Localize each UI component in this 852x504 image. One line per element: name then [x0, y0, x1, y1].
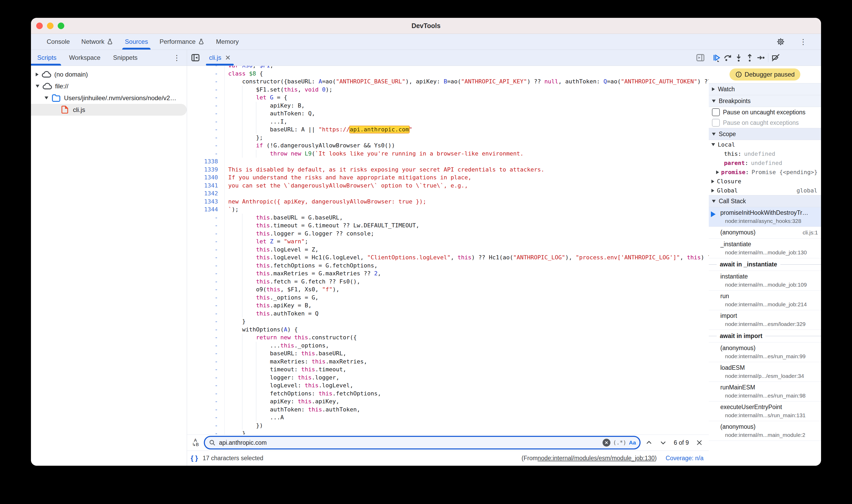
line-gutter[interactable]: -: [187, 318, 224, 326]
line-gutter[interactable]: 1344: [187, 205, 224, 214]
scope-section-closure[interactable]: Closure: [709, 177, 821, 186]
tree-item-cli-js[interactable]: cli.js: [31, 104, 187, 116]
line-gutter[interactable]: -: [187, 326, 224, 334]
call-stack-item[interactable]: runnode:internal/m...module_job:214: [709, 291, 821, 310]
line-gutter[interactable]: 1340: [187, 174, 224, 182]
step-icon[interactable]: [756, 53, 765, 62]
tab-network[interactable]: Network: [75, 34, 119, 50]
line-gutter[interactable]: -: [187, 134, 224, 142]
line-gutter[interactable]: -: [187, 294, 224, 302]
line-gutter[interactable]: -: [187, 334, 224, 342]
coverage-link[interactable]: Coverage: n/a: [666, 455, 704, 462]
line-gutter[interactable]: -: [187, 214, 224, 222]
line-gutter[interactable]: 1339: [187, 166, 224, 174]
disclosure-arrow-icon[interactable]: [36, 73, 39, 76]
scope-section-local[interactable]: Local: [709, 140, 821, 149]
line-gutter[interactable]: -: [187, 374, 224, 382]
disclosure-arrow-icon[interactable]: [711, 189, 714, 193]
line-gutter[interactable]: -: [187, 66, 224, 70]
tree-item-users-jinhuilee-nvm-versions-node-v2-[interactable]: Users/jinhuilee/.nvm/versions/node/v2…: [31, 92, 187, 104]
line-gutter[interactable]: -: [187, 342, 224, 350]
line-gutter[interactable]: 1341: [187, 182, 224, 190]
call-stack-section-header[interactable]: Call Stack: [709, 195, 821, 207]
line-gutter[interactable]: -: [187, 70, 224, 78]
call-stack-item[interactable]: _instantiatenode:internal/m...module_job…: [709, 239, 821, 258]
line-gutter[interactable]: -: [187, 406, 224, 414]
scope-variable-parent[interactable]: parent:undefined: [709, 158, 821, 167]
line-gutter[interactable]: -: [187, 126, 224, 134]
call-stack-item[interactable]: promiseInitHookWithDestroyTr…node:intern…: [709, 207, 821, 227]
line-gutter[interactable]: -: [187, 262, 224, 270]
line-gutter[interactable]: -: [187, 310, 224, 318]
dock-right-panel-icon[interactable]: [696, 53, 705, 62]
line-gutter[interactable]: -: [187, 230, 224, 238]
line-gutter[interactable]: -: [187, 381, 224, 390]
line-gutter[interactable]: -: [187, 118, 224, 126]
previous-match-icon[interactable]: [645, 439, 653, 446]
regex-toggle[interactable]: (.*): [613, 439, 626, 446]
watch-section-header[interactable]: Watch: [709, 83, 821, 95]
line-gutter[interactable]: -: [187, 110, 224, 118]
tree-item-file-[interactable]: file://: [31, 80, 187, 92]
call-stack-item[interactable]: (anonymous)cli.js:1: [709, 227, 821, 239]
scope-section-global[interactable]: Globalglobal: [709, 186, 821, 195]
line-gutter[interactable]: 1342: [187, 190, 224, 198]
replace-toggle-icon[interactable]: A↳B: [190, 438, 201, 447]
line-gutter[interactable]: 1343: [187, 198, 224, 206]
call-stack-item[interactable]: importnode:internal/m...esm/loader:329: [709, 310, 821, 330]
line-gutter[interactable]: -: [187, 430, 224, 434]
pretty-print-icon[interactable]: { }: [191, 454, 198, 462]
pause-caught-checkbox[interactable]: [712, 119, 720, 127]
toggle-navigator-icon[interactable]: [191, 53, 200, 62]
search-input[interactable]: [218, 439, 600, 447]
line-gutter[interactable]: -: [187, 365, 224, 374]
navigator-more-icon[interactable]: ⋮: [167, 54, 187, 62]
from-module-link[interactable]: node:internal/modules/esm/module_job:130: [538, 455, 655, 462]
call-stack-item[interactable]: executeUserEntryPointnode:internal/m...s…: [709, 401, 821, 421]
step-into-icon[interactable]: [734, 53, 743, 62]
line-gutter[interactable]: -: [187, 150, 224, 158]
pause-uncaught-checkbox[interactable]: [712, 108, 720, 116]
line-gutter[interactable]: -: [187, 78, 224, 86]
breakpoints-section-header[interactable]: Breakpoints: [709, 95, 821, 107]
call-stack-item[interactable]: loadESMnode:internal/p.../esm_loader:34: [709, 362, 821, 382]
line-gutter[interactable]: -: [187, 286, 224, 294]
line-gutter[interactable]: -: [187, 414, 224, 422]
tab-snippets[interactable]: Snippets: [107, 50, 144, 66]
line-gutter[interactable]: -: [187, 142, 224, 150]
more-options-icon[interactable]: ⋮: [792, 37, 814, 47]
line-gutter[interactable]: -: [187, 278, 224, 286]
match-case-toggle[interactable]: Aa: [629, 439, 636, 446]
call-stack-item[interactable]: instantiatenode:internal/m...module_job:…: [709, 271, 821, 291]
line-gutter[interactable]: -: [187, 358, 224, 366]
editor-tab-clijs[interactable]: cli.js ✕: [205, 50, 235, 66]
step-out-icon[interactable]: [745, 53, 755, 62]
disclosure-arrow-icon[interactable]: [711, 143, 715, 146]
line-gutter[interactable]: -: [187, 398, 224, 406]
line-gutter[interactable]: -: [187, 86, 224, 94]
settings-gear-icon[interactable]: [776, 37, 785, 47]
line-gutter[interactable]: -: [187, 102, 224, 110]
close-find-bar-icon[interactable]: [696, 439, 703, 446]
disclosure-arrow-icon[interactable]: [45, 96, 48, 100]
call-stack-item[interactable]: (anonymous)node:internal/m...main_module…: [709, 421, 821, 441]
source-code-viewer[interactable]: -var Xs0, $F1;-class $8 {-constructor({b…: [187, 66, 709, 434]
call-stack-item[interactable]: runMainESMnode:internal/m...es/run_main:…: [709, 382, 821, 401]
next-match-icon[interactable]: [659, 439, 667, 446]
line-gutter[interactable]: 1338: [187, 158, 224, 166]
tab-scripts[interactable]: Scripts: [31, 50, 63, 66]
line-gutter[interactable]: -: [187, 349, 224, 358]
tab-performance[interactable]: Performance: [154, 34, 210, 50]
deactivate-breakpoints-icon[interactable]: [771, 53, 780, 62]
call-stack-item[interactable]: (anonymous)node:internal/m...es/run_main…: [709, 342, 821, 362]
close-tab-icon[interactable]: ✕: [225, 54, 231, 62]
scope-variable-promise[interactable]: promise:Promise {<pending>}: [709, 167, 821, 177]
tab-workspace[interactable]: Workspace: [63, 50, 107, 66]
tree-item--no-domain-[interactable]: (no domain): [31, 69, 187, 80]
line-gutter[interactable]: -: [187, 221, 224, 230]
scope-section-header[interactable]: Scope: [709, 128, 821, 140]
line-gutter[interactable]: -: [187, 94, 224, 102]
line-gutter[interactable]: -: [187, 390, 224, 398]
line-gutter[interactable]: -: [187, 422, 224, 430]
tab-sources[interactable]: Sources: [119, 34, 154, 50]
